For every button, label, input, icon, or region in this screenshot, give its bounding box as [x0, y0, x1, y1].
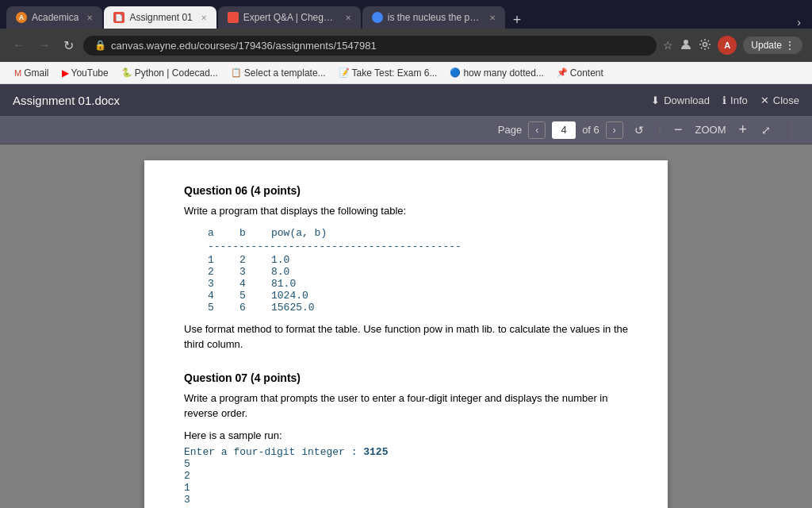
- zoom-in-button[interactable]: +: [735, 121, 750, 138]
- new-tab-button[interactable]: +: [507, 12, 528, 29]
- back-button[interactable]: ←: [10, 37, 29, 54]
- url-bar[interactable]: 🔒 canvas.wayne.edu/courses/179436/assign…: [83, 36, 657, 56]
- lock-icon: 🔒: [94, 40, 106, 51]
- doc-title: Assignment 01.docx: [13, 94, 120, 107]
- reload-button[interactable]: ↻: [60, 37, 77, 55]
- bookmarks-bar: M Gmail ▶ YouTube 🐍 Python | Codecad... …: [0, 62, 812, 84]
- tab-academica[interactable]: A Academica ✕: [6, 6, 102, 29]
- svg-point-1: [684, 40, 688, 44]
- bookmark-python[interactable]: 🐍 Python | Codecad...: [117, 66, 223, 80]
- tab-close-chegg-icon[interactable]: ✕: [345, 13, 351, 22]
- doc-content-area: Question 06 (4 points) Write a program t…: [0, 144, 812, 508]
- tab-bar: A Academica ✕ 📄 Assignment 01 ✕ Expert Q…: [0, 0, 812, 29]
- toolbar-separator: ⋮: [785, 121, 799, 139]
- q7-instruction: Write a program that prompts the user to…: [184, 391, 628, 421]
- table-row: 1 2 1.0: [208, 254, 628, 266]
- bookmark-exam[interactable]: 📝 Take Test: Exam 6...: [334, 66, 442, 80]
- col-a-header: a: [208, 227, 239, 239]
- dots-icon: 🔵: [450, 67, 461, 78]
- bookmark-youtube[interactable]: ▶ YouTube: [57, 66, 113, 80]
- refresh-page-icon[interactable]: ↺: [630, 122, 649, 138]
- bookmark-content[interactable]: 📌 Content: [552, 66, 608, 80]
- table-row: 3 4 81.0: [208, 278, 628, 290]
- tab-close-icon[interactable]: ✕: [86, 13, 93, 22]
- prev-page-button[interactable]: ‹: [528, 121, 546, 139]
- doc-toolbar: Assignment 01.docx ⬇ Download ℹ Info ✕ C…: [0, 84, 812, 116]
- question-06-section: Question 06 (4 points) Write a program t…: [184, 184, 628, 352]
- doc-actions: ⬇ Download ℹ Info ✕ Close: [651, 94, 799, 106]
- q6-title: Question 06 (4 points): [184, 184, 628, 197]
- forward-button[interactable]: →: [35, 37, 54, 54]
- toolbar-divider: |: [658, 123, 661, 137]
- bookmark-dots[interactable]: 🔵 how many dotted...: [445, 66, 548, 80]
- q7-prompt-text: Enter a four-digit integer :: [184, 446, 357, 458]
- avatar[interactable]: A: [718, 36, 737, 55]
- download-icon: ⬇: [651, 94, 660, 106]
- svg-point-3: [703, 42, 707, 46]
- tab-close-active-icon[interactable]: ✕: [201, 13, 207, 22]
- update-button[interactable]: Update ⋮: [743, 37, 802, 54]
- q7-output-2: 2: [184, 470, 628, 482]
- close-button[interactable]: ✕ Close: [760, 94, 799, 106]
- page-number-input[interactable]: [552, 121, 576, 139]
- q7-input-value-display: 3125: [363, 446, 388, 458]
- youtube-icon: ▶: [62, 67, 69, 79]
- tab-assignment[interactable]: 📄 Assignment 01 ✕: [104, 6, 216, 29]
- table-divider: ----------------------------------------…: [208, 241, 628, 252]
- exam-icon: 📝: [339, 67, 350, 78]
- page-label: Page: [498, 124, 522, 136]
- table-row: 5 6 15625.0: [208, 302, 628, 314]
- address-bar: ← → ↻ 🔒 canvas.wayne.edu/courses/179436/…: [0, 29, 812, 62]
- template-icon: 📋: [231, 67, 242, 78]
- url-text: canvas.wayne.edu/courses/179436/assignme…: [111, 40, 377, 52]
- table-header-row: a b pow(a, b): [208, 227, 628, 239]
- update-chevron-icon: ⋮: [785, 40, 795, 51]
- info-icon: ℹ: [722, 94, 726, 106]
- q7-sample-code: Enter a four-digit integer : 3125 5 2 1 …: [184, 446, 628, 506]
- fullscreen-icon[interactable]: ⤢: [756, 122, 776, 138]
- q7-sample-label: Here is a sample run:: [184, 429, 628, 441]
- settings-icon[interactable]: [699, 38, 711, 53]
- q6-table: a b pow(a, b) --------------------------…: [208, 227, 628, 314]
- python-icon: 🐍: [121, 67, 132, 78]
- q7-output-1: 5: [184, 458, 628, 470]
- tab-google[interactable]: is the nucleus the powerhouse... ✕: [362, 6, 505, 29]
- table-row: 2 3 8.0: [208, 266, 628, 278]
- close-icon: ✕: [760, 94, 769, 106]
- tab-close-google-icon[interactable]: ✕: [489, 13, 496, 22]
- gmail-icon: M: [14, 68, 21, 78]
- table-row: 4 5 1024.0: [208, 290, 628, 302]
- q7-output-3: 1: [184, 482, 628, 494]
- col-pow-header: pow(a, b): [271, 227, 335, 239]
- question-07-section: Question 07 (4 points) Write a program t…: [184, 371, 628, 506]
- q6-note: Use format method to format the table. U…: [184, 321, 628, 352]
- bookmark-gmail[interactable]: M Gmail: [10, 66, 54, 80]
- profile-icon[interactable]: [680, 38, 692, 53]
- q7-title: Question 07 (4 points): [184, 371, 628, 384]
- zoom-label: ZOOM: [691, 124, 729, 136]
- tab-chegg[interactable]: Expert Q&A | Chegg.com ✕: [218, 6, 361, 29]
- doc-page: Question 06 (4 points) Write a program t…: [144, 160, 668, 508]
- q7-output-4: 3: [184, 494, 628, 506]
- bookmark-star-icon[interactable]: ☆: [663, 39, 673, 52]
- content-icon: 📌: [557, 67, 568, 78]
- page-of-label: of 6: [582, 124, 599, 136]
- page-toolbar: Page ‹ of 6 › ↺ | − ZOOM + ⤢ ⋮: [0, 116, 812, 144]
- address-right: ☆ A Update ⋮: [663, 36, 802, 55]
- browser-chrome: A Academica ✕ 📄 Assignment 01 ✕ Expert Q…: [0, 0, 812, 84]
- update-label: Update: [751, 40, 782, 51]
- download-button[interactable]: ⬇ Download: [651, 94, 710, 106]
- col-b-header: b: [239, 227, 271, 239]
- bookmark-template[interactable]: 📋 Select a template...: [226, 66, 331, 80]
- q6-instruction: Write a program that displays the follow…: [184, 203, 628, 219]
- next-page-button[interactable]: ›: [606, 121, 623, 139]
- tab-list-chevron-icon[interactable]: ›: [792, 16, 806, 29]
- info-button[interactable]: ℹ Info: [722, 94, 748, 106]
- zoom-out-button[interactable]: −: [671, 121, 686, 138]
